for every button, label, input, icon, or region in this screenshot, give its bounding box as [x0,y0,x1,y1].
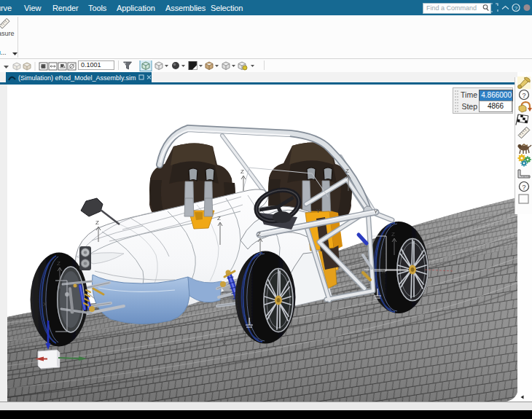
svg-text:?: ? [522,184,525,191]
svg-text:Z: Z [345,168,349,174]
svg-text:Z: Z [240,168,244,175]
svg-text:X: X [382,268,386,275]
svg-text:Z: Z [217,215,221,222]
svg-text:X: X [222,340,227,347]
svg-text:Y: Y [316,208,321,214]
svg-text:Z: Z [391,231,395,238]
svg-text:X: X [43,301,47,308]
svg-text:Y: Y [374,208,378,215]
svg-text:Z: Z [57,260,60,267]
svg-text:?: ? [522,92,525,99]
svg-text:Z: Z [95,219,99,226]
svg-text:Z: Z [257,231,261,238]
svg-text:?: ? [515,5,518,12]
